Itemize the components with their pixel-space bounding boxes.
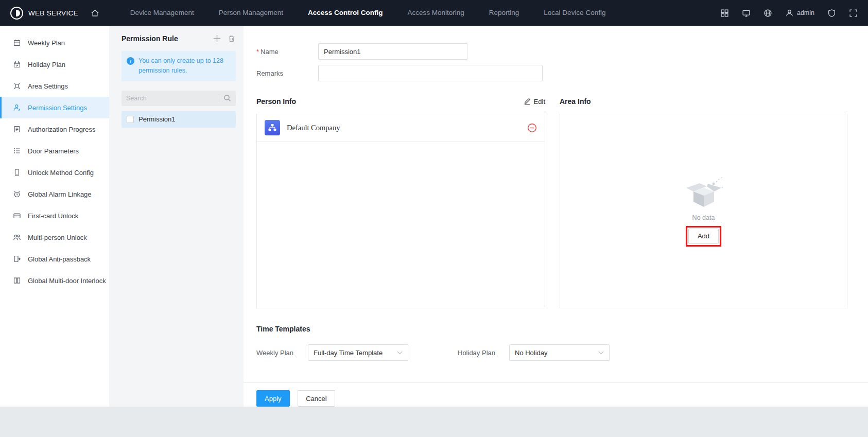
document-icon (13, 125, 21, 133)
sidebar-item-authorization-progress[interactable]: Authorization Progress (0, 118, 109, 140)
chevron-down-icon (598, 351, 604, 355)
holiday-plan-select[interactable]: No Holiday (509, 344, 610, 361)
sidebar-item-weekly-plan[interactable]: Weekly Plan (0, 32, 109, 54)
alarm-icon (13, 190, 21, 198)
fullscreen-icon[interactable] (849, 9, 858, 18)
remarks-label: Remarks (256, 69, 318, 77)
time-templates-title: Time Templates (256, 325, 847, 333)
app-logo-icon (10, 7, 23, 20)
search-icon[interactable] (223, 94, 231, 102)
shield-icon[interactable] (827, 9, 836, 18)
no-data-text: No data (692, 214, 715, 221)
globe-icon[interactable] (763, 9, 772, 18)
user-menu[interactable]: admin (785, 9, 814, 18)
panel-title: Permission Rule (121, 34, 178, 43)
rule-limit-notice: You can only create up to 128 permission… (121, 51, 236, 81)
weekly-plan-select[interactable]: Full-day Time Template (308, 344, 408, 361)
frame-icon (13, 82, 21, 90)
sidebar: Weekly Plan Holiday Plan Area Settings P… (0, 26, 109, 407)
chevron-down-icon (397, 351, 403, 355)
company-org-icon (265, 120, 280, 135)
people-icon (13, 233, 21, 241)
annotation-highlight: Add (686, 226, 721, 247)
topbar: WEB SERVICE Device Management Person Man… (0, 0, 868, 26)
username: admin (797, 9, 814, 16)
area-info-title: Area Info (560, 97, 591, 106)
nav-person-management[interactable]: Person Management (219, 0, 283, 26)
divider (219, 94, 219, 102)
rule-checkbox[interactable] (127, 116, 134, 123)
rule-list-item[interactable]: Permission1 (121, 111, 236, 128)
apps-grid-icon[interactable] (720, 9, 729, 18)
remove-person-button[interactable] (527, 123, 537, 133)
remove-circle-icon (527, 123, 537, 133)
brand-name: WEB SERVICE (28, 9, 78, 17)
person-info-box: Default Company (256, 114, 545, 308)
topbar-tools: admin (720, 9, 858, 18)
notice-text: You can only create up to 128 permission… (138, 56, 231, 76)
permission-rule-panel: Permission Rule You can only create up t… (109, 26, 244, 407)
calendar-check-icon (13, 60, 21, 68)
rule-name: Permission1 (138, 115, 176, 123)
add-area-button[interactable]: Add (688, 229, 719, 244)
double-door-icon (13, 276, 21, 285)
nav-local-device-config[interactable]: Local Device Config (544, 0, 605, 26)
device-display-icon[interactable] (742, 9, 751, 18)
cancel-button[interactable]: Cancel (298, 390, 335, 407)
phone-icon (13, 168, 21, 177)
rule-search-box (121, 91, 236, 106)
nav-device-management[interactable]: Device Management (130, 0, 194, 26)
list-icon (13, 147, 21, 155)
sidebar-item-area-settings[interactable]: Area Settings (0, 75, 109, 97)
sidebar-item-multi-person-unlock[interactable]: Multi-person Unlock (0, 226, 109, 248)
remarks-input[interactable] (318, 65, 543, 81)
sidebar-item-first-card-unlock[interactable]: First-card Unlock (0, 205, 109, 226)
nav-access-control-config[interactable]: Access Control Config (308, 0, 383, 26)
nav-access-monitoring[interactable]: Access Monitoring (408, 0, 464, 26)
company-name: Default Company (287, 124, 340, 132)
main-content: *Name Remarks Person Info Edit (244, 26, 868, 407)
info-icon (127, 57, 134, 65)
person-info-title: Person Info (256, 97, 296, 106)
window-bottom-area (0, 407, 868, 437)
calendar-icon (13, 39, 21, 47)
sidebar-item-permission-settings[interactable]: Permission Settings (0, 97, 109, 118)
nav-reporting[interactable]: Reporting (489, 0, 519, 26)
sidebar-item-unlock-method-config[interactable]: Unlock Method Config (0, 162, 109, 183)
sidebar-item-door-parameters[interactable]: Door Parameters (0, 140, 109, 162)
card-icon (13, 212, 21, 220)
sidebar-item-global-multi-door-interlock[interactable]: Global Multi-door Interlock (0, 270, 109, 291)
person-item: Default Company (257, 114, 545, 142)
search-input[interactable] (126, 95, 217, 102)
add-rule-icon[interactable] (213, 34, 221, 43)
sidebar-item-global-anti-passback[interactable]: Global Anti-passback (0, 248, 109, 270)
area-info-box: No data Add (560, 114, 847, 308)
sidebar-item-global-alarm-linkage[interactable]: Global Alarm Linkage (0, 183, 109, 205)
edit-pencil-icon (524, 98, 531, 105)
edit-person-button[interactable]: Edit (524, 98, 545, 106)
home-icon[interactable] (91, 9, 99, 18)
brand: WEB SERVICE (10, 7, 78, 20)
user-icon (785, 9, 794, 18)
name-label: *Name (256, 48, 318, 56)
weekly-plan-label: Weekly Plan (256, 349, 308, 357)
empty-box-icon (679, 176, 728, 212)
apply-button[interactable]: Apply (256, 390, 290, 407)
action-bar: Apply Cancel (244, 382, 868, 407)
delete-rule-icon[interactable] (228, 34, 236, 43)
empty-state: No data Add (679, 176, 728, 247)
name-input[interactable] (318, 43, 467, 60)
door-arrow-icon (13, 255, 21, 263)
main-nav: Device Management Person Management Acce… (130, 0, 606, 26)
sidebar-item-holiday-plan[interactable]: Holiday Plan (0, 54, 109, 75)
person-key-icon (13, 103, 21, 112)
holiday-plan-label: Holiday Plan (458, 349, 509, 357)
